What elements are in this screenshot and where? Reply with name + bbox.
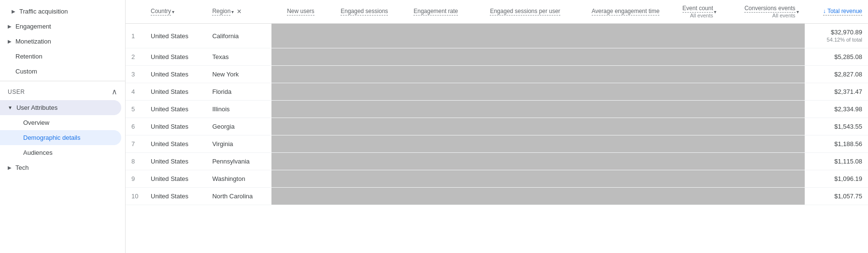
cell-avg-engagement-time (566, 170, 666, 188)
sidebar-item-custom[interactable]: Custom (0, 64, 121, 79)
main-content: Country ▾ Region ▾ × New users (126, 0, 868, 253)
cell-engagement-rate (394, 153, 464, 170)
sidebar-item-overview[interactable]: Overview (0, 115, 121, 130)
cell-conversions (722, 188, 804, 205)
user-section-toggle[interactable]: ∧ (112, 87, 118, 96)
cell-num: 4 (126, 83, 145, 101)
cell-region: California (206, 24, 271, 48)
col-region-label: Region (212, 8, 230, 15)
sidebar-item-monetization[interactable]: ▶ Monetization (0, 34, 121, 49)
cell-num: 10 (126, 188, 145, 205)
revenue-value: $1,057.75 (834, 193, 862, 200)
table-row: 6 United States Georgia $1,543.55 (126, 118, 868, 135)
cell-engaged-sessions-per-user (464, 118, 566, 135)
revenue-value: $1,188.56 (834, 140, 862, 148)
cell-revenue: $2,827.08 (805, 66, 868, 83)
cell-avg-engagement-time (566, 66, 666, 83)
cell-new-users (271, 48, 320, 66)
cell-avg-engagement-time (566, 135, 666, 153)
cell-country: United States (145, 135, 206, 153)
cell-conversions (722, 135, 804, 153)
cell-engaged-sessions (320, 48, 394, 66)
conversions-dropdown-icon[interactable]: ▾ (797, 9, 799, 15)
table-row: 5 United States Illinois $2,334.98 (126, 101, 868, 118)
cell-revenue: $1,057.75 (805, 188, 868, 205)
sidebar-item-label: Custom (15, 68, 37, 75)
event-count-dropdown-icon[interactable]: ▾ (714, 9, 716, 15)
sidebar-item-label: Retention (15, 53, 43, 60)
col-num (126, 0, 145, 24)
cell-country: United States (145, 153, 206, 170)
cell-conversions (722, 48, 804, 66)
cell-engagement-rate (394, 48, 464, 66)
sidebar-item-label: Monetization (15, 38, 51, 45)
cell-country: United States (145, 24, 206, 48)
cell-engaged-sessions-per-user (464, 24, 566, 48)
col-engaged-sessions: Engaged sessions (320, 0, 394, 24)
cell-num: 2 (126, 48, 145, 66)
sidebar-item-tech[interactable]: ▶ Tech (0, 160, 121, 175)
cell-country: United States (145, 48, 206, 66)
cell-region: Illinois (206, 101, 271, 118)
revenue-value: $1,096.19 (834, 175, 862, 182)
region-dropdown-icon[interactable]: ▾ (231, 9, 234, 15)
cell-conversions (722, 66, 804, 83)
col-country-label: Country (151, 8, 171, 15)
col-total-revenue[interactable]: ↓ Total revenue (805, 0, 868, 24)
cell-country: United States (145, 101, 206, 118)
sidebar-item-retention[interactable]: Retention (0, 49, 121, 64)
cell-new-users (271, 101, 320, 118)
cell-region: Texas (206, 48, 271, 66)
cell-revenue: $2,334.98 (805, 101, 868, 118)
cell-country: United States (145, 83, 206, 101)
cell-engagement-rate (394, 188, 464, 205)
sidebar-item-audiences[interactable]: Audiences (0, 145, 121, 160)
revenue-value: $2,371.47 (834, 88, 862, 95)
cell-revenue: $5,285.08 (805, 48, 868, 66)
cell-region: Georgia (206, 118, 271, 135)
region-close-icon[interactable]: × (235, 6, 243, 17)
cell-engagement-rate (394, 135, 464, 153)
col-new-users-label: New users (287, 8, 314, 15)
revenue-value: $5,285.08 (834, 53, 862, 60)
cell-revenue: $2,371.47 (805, 83, 868, 101)
cell-event-count (665, 101, 722, 118)
cell-engaged-sessions (320, 66, 394, 83)
cell-num: 3 (126, 66, 145, 83)
expand-icon: ▶ (8, 39, 12, 44)
sidebar-item-user-attributes[interactable]: ▼ User Attributes (0, 100, 121, 115)
sidebar-item-demographic-details[interactable]: Demographic details (0, 130, 121, 145)
sidebar-item-label: User Attributes (16, 104, 57, 111)
table-row: 2 United States Texas $5,285.08 (126, 48, 868, 66)
cell-new-users (271, 66, 320, 83)
cell-conversions (722, 118, 804, 135)
cell-engagement-rate (394, 170, 464, 188)
col-region: Region ▾ × (206, 0, 271, 24)
table-row: 3 United States New York $2,827.08 (126, 66, 868, 83)
cell-engaged-sessions (320, 153, 394, 170)
cell-engagement-rate (394, 66, 464, 83)
expand-icon: ▼ (8, 105, 13, 110)
sidebar-item-label: Demographic details (23, 134, 81, 141)
revenue-value: $2,827.08 (834, 71, 862, 78)
cell-new-users (271, 24, 320, 48)
expand-icon: ▶ (12, 9, 15, 14)
cell-event-count (665, 48, 722, 66)
revenue-pct: 54.12% of total (827, 37, 862, 43)
cell-conversions (722, 101, 804, 118)
sidebar-item-engagement[interactable]: ▶ Engagement (0, 19, 121, 34)
table-row: 9 United States Washington $1,096.19 (126, 170, 868, 188)
cell-region: North Carolina (206, 188, 271, 205)
sidebar-item-traffic-acquisition[interactable]: ▶ Traffic acquisition (0, 4, 121, 19)
cell-avg-engagement-time (566, 118, 666, 135)
col-aet-label: Average engagement time (592, 8, 660, 15)
cell-engaged-sessions (320, 24, 394, 48)
cell-avg-engagement-time (566, 48, 666, 66)
cell-avg-engagement-time (566, 83, 666, 101)
sidebar-item-label: Traffic acquisition (19, 8, 68, 15)
cell-engaged-sessions-per-user (464, 170, 566, 188)
cell-country: United States (145, 170, 206, 188)
cell-num: 8 (126, 153, 145, 170)
table-row: 8 United States Pennsylvania $1,115.08 (126, 153, 868, 170)
country-dropdown-icon[interactable]: ▾ (172, 9, 174, 15)
